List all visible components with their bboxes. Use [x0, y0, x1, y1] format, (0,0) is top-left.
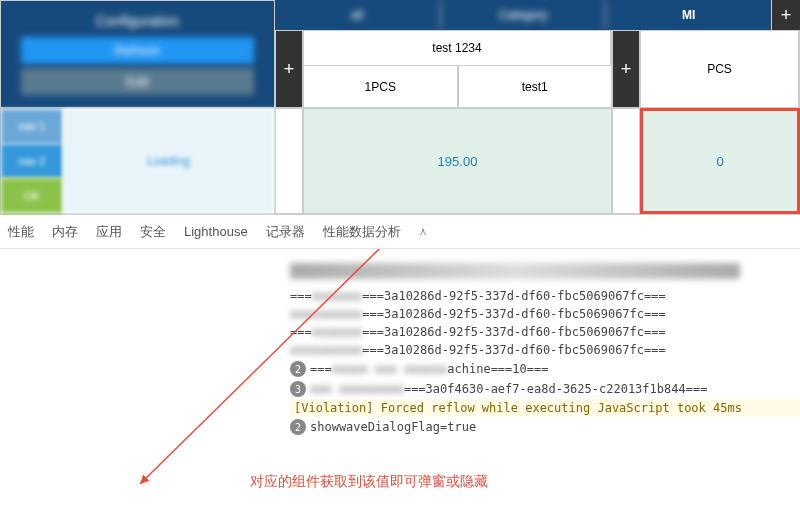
violation-log: [Violation] Forced reflow while executin…: [290, 399, 800, 417]
log-line: xxxxxxxxxx===3a10286d-92f5-337d-df60-fbc…: [290, 305, 800, 323]
dt-tab-security[interactable]: 安全: [140, 223, 166, 241]
header-title: Configuration: [21, 9, 254, 33]
devtools-tabs: 性能 内存 应用 安全 Lighthouse 记录器 性能数据分析 ⋏: [0, 215, 800, 249]
log-line: 2===xxxxx xxx xxxxxxachine===10===: [290, 359, 800, 379]
dt-tab-application[interactable]: 应用: [96, 223, 122, 241]
log-line: 3xxx xxxxxxxxx===3a0f4630-aef7-ea8d-3625…: [290, 379, 800, 399]
grid-header-row: test 1234: [303, 30, 612, 66]
log-line: ===xxxxxxx===3a10286d-92f5-337d-df60-fbc…: [290, 287, 800, 305]
cell-pcs-label: PCS: [640, 30, 800, 108]
dt-tab-insights[interactable]: 性能数据分析: [323, 223, 401, 241]
spacer-1: [275, 108, 303, 214]
count-badge: 2: [290, 419, 306, 435]
flag-log: 2showwaveDialogFlag=true: [290, 417, 800, 437]
cell-test1[interactable]: test1: [458, 66, 613, 108]
grid-subheader-row: 1PCS test1: [303, 66, 612, 108]
dt-tab-overflow-icon[interactable]: ⋏: [419, 225, 427, 238]
dt-tab-lighthouse[interactable]: Lighthouse: [184, 224, 248, 239]
refresh-button[interactable]: Refresh: [21, 37, 254, 64]
log-line: ===xxxxxxx===3a10286d-92f5-337d-df60-fbc…: [290, 323, 800, 341]
side-tab-3[interactable]: OK: [1, 178, 63, 213]
grid-area: + test 1234 1PCS test1 + PCS: [275, 30, 800, 108]
tab-column: nav 1 nav 2 OK: [1, 109, 63, 213]
grid-main: test 1234 1PCS test1: [303, 30, 612, 108]
value-cell-1[interactable]: 195.00: [303, 108, 612, 214]
cell-title[interactable]: test 1234: [304, 31, 611, 65]
dt-tab-memory[interactable]: 内存: [52, 223, 78, 241]
value-row: 195.00 0: [275, 108, 800, 214]
grid-col2: PCS: [640, 30, 800, 108]
side-tab-2[interactable]: nav 2: [1, 144, 63, 179]
top-tab-category[interactable]: Category: [441, 0, 607, 30]
tab-content: Loading: [63, 109, 274, 213]
count-badge: 3: [290, 381, 306, 397]
count-badge: 2: [290, 361, 306, 377]
dt-tab-performance[interactable]: 性能: [8, 223, 34, 241]
edit-button[interactable]: Edit: [21, 68, 254, 95]
top-tab-bar: all Category MI +: [275, 0, 800, 30]
value-cell-highlighted[interactable]: 0: [640, 108, 800, 214]
dt-tab-recorder[interactable]: 记录器: [266, 223, 305, 241]
devtools-panel: 性能 内存 应用 安全 Lighthouse 记录器 性能数据分析 ⋏ ===x…: [0, 214, 800, 519]
annotation-text: 对应的组件获取到该值即可弹窗或隐藏: [250, 473, 488, 491]
top-tab-mi[interactable]: MI: [606, 0, 772, 30]
right-panel: all Category MI + + test 1234 1PCS test1…: [275, 0, 800, 214]
add-tab-button[interactable]: +: [772, 0, 800, 30]
left-panel: Configuration Refresh Edit nav 1 nav 2 O…: [0, 0, 275, 214]
side-tab-1[interactable]: nav 1: [1, 109, 63, 144]
side-tabs: nav 1 nav 2 OK Loading: [0, 108, 275, 214]
top-tab-all[interactable]: all: [275, 0, 441, 30]
add-col-button-2[interactable]: +: [612, 30, 640, 108]
cell-pcs-text[interactable]: PCS: [641, 31, 799, 107]
cell-pcs[interactable]: 1PCS: [303, 66, 458, 108]
log-line: xxxxxxxxxx===3a10286d-92f5-337d-df60-fbc…: [290, 341, 800, 359]
header-box: Configuration Refresh Edit: [0, 0, 275, 108]
top-area: Configuration Refresh Edit nav 1 nav 2 O…: [0, 0, 800, 214]
spacer-2: [612, 108, 640, 214]
console-toolbar: [290, 263, 740, 279]
console-content: ===xxxxxxx===3a10286d-92f5-337d-df60-fbc…: [0, 249, 800, 519]
add-col-button-1[interactable]: +: [275, 30, 303, 108]
